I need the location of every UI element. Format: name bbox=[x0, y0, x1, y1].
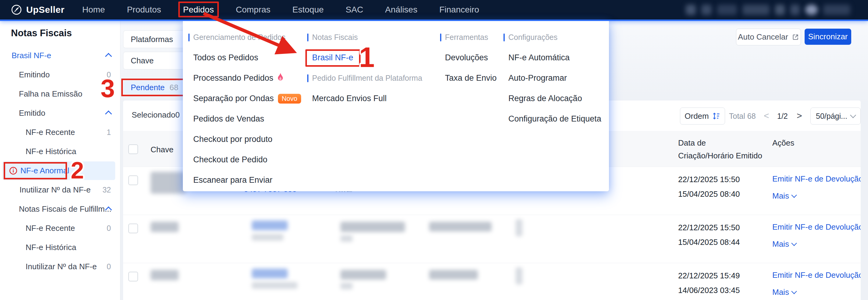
section-bar-icon bbox=[307, 74, 308, 82]
sync-button[interactable]: Sincronizar bbox=[805, 29, 851, 45]
sort-icon bbox=[712, 112, 720, 120]
blurred-cell bbox=[429, 270, 478, 279]
menu-item-separacao-por-ondas[interactable]: Separação por Ondas Novo bbox=[193, 88, 301, 109]
nav-item-home[interactable]: Home bbox=[82, 0, 105, 20]
chevron-down-icon bbox=[791, 289, 797, 294]
emitted-date: 14/06/2023 03:45 bbox=[678, 286, 740, 295]
menu-item-taxa-de-envio[interactable]: Taxa de Envio bbox=[445, 68, 497, 88]
blurred-cell bbox=[151, 270, 179, 280]
external-link-icon bbox=[792, 34, 799, 41]
menu-item-mercado-envios-full[interactable]: Mercado Envios Full bbox=[312, 88, 422, 109]
blurred-link-cell bbox=[252, 221, 288, 230]
menu-item-escanear-para-enviar[interactable]: Escanear para Enviar bbox=[193, 170, 301, 190]
chevron-up-icon[interactable] bbox=[105, 110, 112, 118]
blurred-cell bbox=[340, 270, 386, 279]
top-navbar: UpSeller Home Produtos Pedidos Compras E… bbox=[0, 0, 868, 21]
topbar-blurred-icons[interactable] bbox=[686, 3, 850, 16]
tab-pendente[interactable]: Pendente 68 bbox=[124, 81, 185, 94]
nav-item-sac[interactable]: SAC bbox=[346, 0, 363, 20]
flame-icon bbox=[276, 72, 284, 81]
brand-name: UpSeller bbox=[26, 5, 65, 15]
menu-section-header: Ferramentas bbox=[440, 27, 497, 47]
menu-item-configuracao-de-etiqueta[interactable]: Configuração de Etiqueta bbox=[508, 109, 601, 129]
menu-column-configuracoes: Configurações NF-e Automática Auto-Progr… bbox=[503, 27, 601, 129]
sidebar-item-nfe-historica-fulfillment[interactable]: NF-e Histórica bbox=[0, 238, 120, 257]
blurred-icon bbox=[823, 5, 850, 15]
sidebar-item-inutilizar-nfe-fulfillment[interactable]: Inutilizar Nº da NF-e 0 bbox=[0, 257, 120, 276]
page-size-select[interactable]: 50/pági... bbox=[810, 107, 861, 125]
sidebar-item-nfe-anormal[interactable]: NF-e Anormal bbox=[0, 161, 120, 180]
blurred-icon bbox=[686, 5, 696, 15]
sidebar-title: Notas Fiscais bbox=[11, 28, 72, 39]
column-header-chave: Chave bbox=[151, 145, 174, 155]
annotation-box-pendente: Pendente 68 bbox=[121, 78, 188, 96]
sidebar-item-emitido[interactable]: Emitido bbox=[0, 104, 120, 123]
sidebar-item-nfe-recente[interactable]: NF-e Recente 1 bbox=[0, 123, 120, 142]
emit-return-nfe-link[interactable]: Emitir NF-e de Devolução bbox=[772, 270, 861, 280]
chevron-down-icon bbox=[850, 112, 856, 118]
annotation-step-2: 2 bbox=[71, 158, 84, 182]
menu-item-auto-programar[interactable]: Auto-Programar bbox=[508, 68, 601, 88]
column-header-date-line1: Data de bbox=[678, 138, 706, 148]
sidebar-item-nfe-recente-fulfillment[interactable]: NF-e Recente 0 bbox=[0, 219, 120, 238]
created-date: 22/12/2025 15:49 bbox=[678, 271, 740, 280]
tab-count: 68 bbox=[169, 83, 178, 92]
blurred-icon bbox=[717, 5, 737, 15]
chevron-down-icon bbox=[791, 192, 797, 198]
emit-return-nfe-link[interactable]: Emitir NF-e de Devolução bbox=[772, 174, 861, 184]
blurred-icon bbox=[790, 5, 800, 15]
row-checkbox[interactable] bbox=[128, 224, 138, 233]
section-bar-icon bbox=[440, 34, 441, 41]
blurred-cell bbox=[151, 222, 179, 232]
blurred-cell bbox=[151, 172, 186, 194]
sidebar-item-notas-fulfillment[interactable]: Notas Fiscais de Fulfillm... bbox=[0, 199, 120, 219]
sidebar-item-inutilizar-nfe[interactable]: Inutilizar Nº da NF-e 32 bbox=[0, 180, 120, 199]
nav-item-financeiro[interactable]: Financeiro bbox=[439, 0, 479, 20]
row-checkbox[interactable] bbox=[128, 272, 138, 281]
table-row: 22/12/2025 15:49 14/06/2023 03:45 Emitir… bbox=[123, 263, 861, 300]
column-header-acoes: Ações bbox=[772, 138, 794, 148]
count-badge: 0 bbox=[107, 262, 111, 271]
nav-item-analises[interactable]: Análises bbox=[385, 0, 417, 20]
sidebar-item-nfe-historica[interactable]: NF-e Histórica bbox=[0, 142, 120, 161]
menu-item-processando-pedidos[interactable]: Processando Pedidos bbox=[193, 68, 301, 88]
chevron-up-icon[interactable] bbox=[105, 53, 112, 60]
brand-logo[interactable]: UpSeller bbox=[11, 4, 65, 15]
emit-return-nfe-link[interactable]: Emitir NF-e de Devolução bbox=[772, 222, 861, 232]
auto-cancel-button[interactable]: Auto Cancelar bbox=[736, 29, 801, 45]
selected-count: Selecionado0 bbox=[132, 110, 180, 120]
menu-item-checkout-de-pedido[interactable]: Checkout de Pedido bbox=[193, 149, 301, 170]
next-page-button[interactable]: > bbox=[797, 110, 802, 121]
blurred-cell bbox=[340, 235, 352, 242]
menu-item-pedidos-de-vendas[interactable]: Pedidos de Vendas bbox=[193, 109, 301, 129]
row-checkbox[interactable] bbox=[128, 175, 138, 185]
more-actions-link[interactable]: Mais bbox=[772, 239, 796, 249]
sidebar-item-brasil-nfe[interactable]: Brasil NF-e bbox=[0, 46, 120, 65]
menu-item-regras-de-alocacao[interactable]: Regras de Alocação bbox=[508, 88, 601, 109]
blurred-icon bbox=[775, 5, 785, 15]
menu-item-nfe-automatica[interactable]: NF-e Automática bbox=[508, 47, 601, 68]
annotation-step-3: 3 bbox=[100, 75, 115, 101]
sidebar-notas-fiscais: Notas Fiscais Brasil NF-e Emitindo 0 Fal… bbox=[0, 21, 120, 300]
menu-column-ferramentas: Ferramentas Devoluções Taxa de Envio bbox=[440, 27, 497, 88]
select-all-checkbox[interactable] bbox=[128, 144, 138, 154]
blurred-icon bbox=[742, 5, 770, 15]
blurred-cell bbox=[252, 234, 283, 241]
more-actions-link[interactable]: Mais bbox=[772, 288, 796, 297]
total-count: Total 68 bbox=[729, 112, 756, 121]
created-date: 22/12/2025 15:50 bbox=[678, 175, 740, 184]
blurred-cell bbox=[429, 222, 492, 231]
blurred-avatar bbox=[805, 5, 818, 15]
count-badge: 1 bbox=[107, 128, 111, 137]
section-bar-icon bbox=[503, 34, 505, 41]
nav-item-produtos[interactable]: Produtos bbox=[127, 0, 161, 20]
column-header-date-line2: Criação/Horário Emitido bbox=[678, 151, 762, 161]
prev-page-button[interactable]: < bbox=[764, 110, 769, 121]
more-actions-link[interactable]: Mais bbox=[772, 191, 796, 201]
table-row: 22/12/2025 15:50 15/04/2025 08:44 Emitir… bbox=[123, 215, 861, 263]
menu-item-devolucoes[interactable]: Devoluções bbox=[445, 47, 497, 68]
menu-item-checkout-por-produto[interactable]: Checkout por produto bbox=[193, 129, 301, 149]
annotation-box-nfe-anormal bbox=[4, 162, 67, 179]
order-button[interactable]: Ordem bbox=[680, 107, 725, 125]
page-indicator: 1/2 bbox=[777, 112, 788, 121]
